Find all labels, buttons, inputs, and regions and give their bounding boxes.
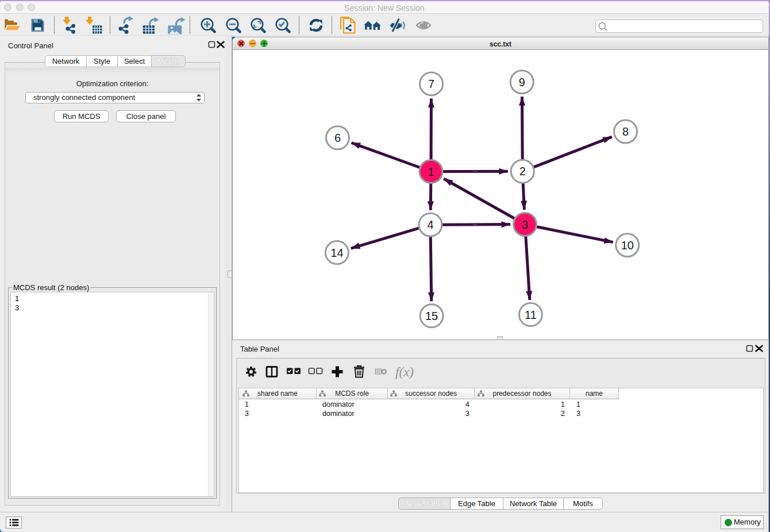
svg-text:4: 4 [427, 218, 433, 231]
svg-text:11: 11 [525, 309, 537, 321]
svg-text:14: 14 [330, 246, 343, 259]
svg-text:8: 8 [622, 125, 629, 138]
svg-text:15: 15 [425, 310, 438, 322]
svg-text:10: 10 [621, 239, 634, 252]
svg-text:7: 7 [428, 78, 434, 90]
svg-text:6: 6 [334, 132, 341, 144]
svg-text:2: 2 [519, 165, 526, 178]
svg-text:1: 1 [428, 165, 434, 178]
svg-text:3: 3 [522, 218, 528, 231]
svg-text:9: 9 [519, 76, 525, 88]
svg-text:f(x): f(x) [395, 365, 414, 379]
